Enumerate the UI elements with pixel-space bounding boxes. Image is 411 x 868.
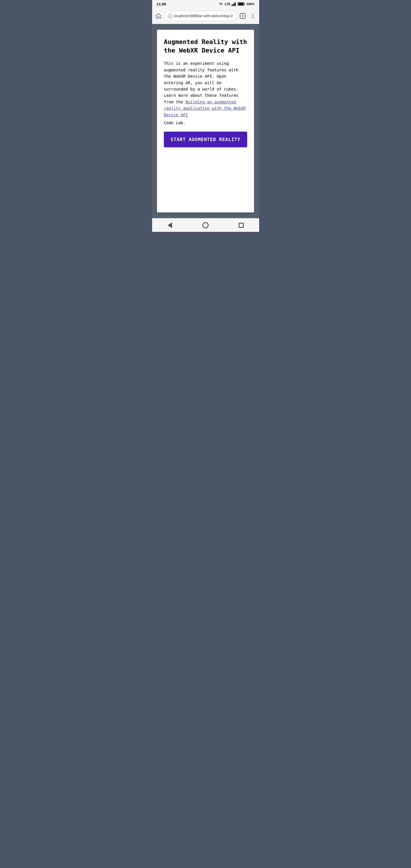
tab-count: 3 bbox=[240, 13, 246, 19]
nav-bar bbox=[152, 218, 259, 232]
lte-label: LTE bbox=[225, 2, 230, 6]
svg-point-8 bbox=[252, 17, 253, 18]
home-icon bbox=[155, 13, 162, 19]
card-title: Augmented Reality with the WebXR Device … bbox=[164, 38, 247, 55]
svg-rect-0 bbox=[231, 5, 232, 6]
card-description-after: Code Lab. bbox=[164, 120, 247, 126]
battery-percent: 100% bbox=[246, 2, 254, 6]
recent-icon bbox=[239, 223, 244, 228]
home-button[interactable] bbox=[200, 220, 211, 231]
home-icon bbox=[202, 222, 209, 228]
info-icon: i bbox=[168, 14, 172, 18]
status-icons: LTE 100% bbox=[218, 2, 254, 6]
content-card: Augmented Reality with the WebXR Device … bbox=[157, 30, 254, 212]
address-bar[interactable]: i localhost:8888/ar-with-webxr/step-0 bbox=[165, 11, 236, 21]
start-ar-button[interactable]: START AUGMENTED REALITY bbox=[164, 132, 247, 147]
svg-rect-5 bbox=[238, 3, 244, 5]
page-content: Augmented Reality with the WebXR Device … bbox=[152, 24, 259, 218]
battery-icon bbox=[238, 2, 245, 6]
back-icon bbox=[167, 222, 172, 228]
svg-rect-2 bbox=[234, 3, 234, 6]
svg-rect-3 bbox=[235, 2, 236, 6]
browser-home-button[interactable] bbox=[154, 12, 162, 20]
browser-menu-button[interactable] bbox=[249, 12, 257, 20]
wifi-icon bbox=[218, 2, 223, 6]
svg-point-7 bbox=[252, 16, 253, 17]
svg-point-6 bbox=[252, 13, 253, 14]
address-text: localhost:8888/ar-with-webxr/step-0 bbox=[174, 14, 232, 18]
browser-bar: i localhost:8888/ar-with-webxr/step-0 3 bbox=[152, 8, 259, 24]
description-before-text: This is an experiment using augmented re… bbox=[164, 61, 238, 104]
card-description: This is an experiment using augmented re… bbox=[164, 60, 247, 118]
more-icon bbox=[250, 13, 256, 19]
recent-apps-button[interactable] bbox=[235, 220, 247, 231]
back-button[interactable] bbox=[164, 220, 176, 231]
status-bar: 11:00 LTE 100% bbox=[152, 0, 259, 8]
status-time: 11:00 bbox=[157, 2, 166, 6]
tab-switcher-button[interactable]: 3 bbox=[239, 12, 247, 20]
signal-icon bbox=[231, 2, 236, 6]
svg-rect-1 bbox=[232, 4, 233, 6]
